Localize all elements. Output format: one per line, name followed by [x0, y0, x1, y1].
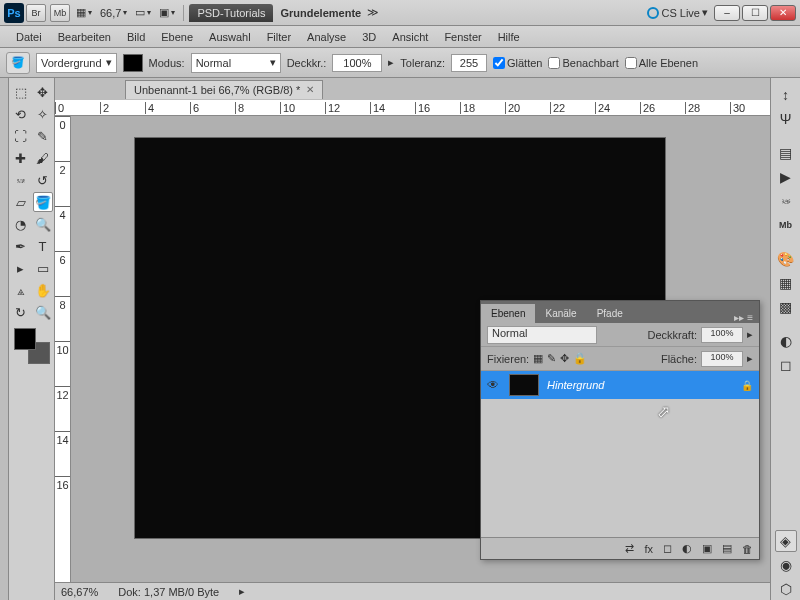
cslive-dropdown[interactable]: CS Live▾ — [647, 6, 708, 19]
layer-thumbnail[interactable] — [509, 374, 539, 396]
doc-info-status[interactable]: Dok: 1,37 MB/0 Byte — [118, 586, 219, 598]
shape-tool[interactable]: ▭ — [33, 258, 53, 278]
3d-tool[interactable]: ⟁ — [11, 280, 31, 300]
crop-tool[interactable]: ⛶ — [11, 126, 31, 146]
alllayers-checkbox[interactable]: Alle Ebenen — [625, 57, 698, 69]
tab-ebenen[interactable]: Ebenen — [481, 304, 535, 323]
layer-style-icon[interactable]: fx — [644, 543, 653, 555]
menu-filter[interactable]: Filter — [259, 28, 299, 46]
lock-pixels-icon[interactable]: ✎ — [547, 352, 556, 365]
clone-panel-icon[interactable]: ▶ — [775, 166, 797, 188]
layer-name[interactable]: Hintergrund — [547, 379, 733, 391]
brush-tool[interactable]: 🖌 — [33, 148, 53, 168]
lock-position-icon[interactable]: ✥ — [560, 352, 569, 365]
fill-color-swatch[interactable] — [123, 54, 143, 72]
arrange-dropdown[interactable]: ▭▾ — [135, 6, 151, 19]
workspace-tab-psdtutorials[interactable]: PSD-Tutorials — [189, 4, 273, 22]
lock-all-icon[interactable]: 🔒 — [573, 352, 587, 365]
lasso-tool[interactable]: ⟲ — [11, 104, 31, 124]
screenmode-dropdown[interactable]: ▣▾ — [159, 6, 175, 19]
tab-pfade[interactable]: Pfade — [587, 304, 633, 323]
panel-menu-icon[interactable]: ▸▸ ≡ — [728, 312, 759, 323]
fill-type-dropdown[interactable]: Vordergrund ▾ — [36, 53, 117, 73]
menu-datei[interactable]: Datei — [8, 28, 50, 46]
heal-tool[interactable]: ✚ — [11, 148, 31, 168]
app-logo[interactable]: Ps — [4, 3, 24, 23]
channels-panel-icon[interactable]: ◉ — [775, 554, 797, 576]
tolerance-input[interactable] — [451, 54, 487, 72]
layer-row[interactable]: 👁 Hintergrund 🔒 — [481, 371, 759, 399]
adjustment-layer-icon[interactable]: ◐ — [682, 542, 692, 555]
new-layer-icon[interactable]: ▤ — [722, 542, 732, 555]
layer-opacity-input[interactable]: 100% — [701, 327, 743, 343]
close-button[interactable]: ✕ — [770, 5, 796, 21]
visibility-icon[interactable]: 👁 — [487, 378, 501, 392]
document-tab[interactable]: Unbenannt-1 bei 66,7% (RGB/8) * ✕ — [125, 80, 323, 99]
tab-kanaele[interactable]: Kanäle — [535, 304, 586, 323]
color-panel-icon[interactable]: 🎨 — [775, 248, 797, 270]
view-extras-dropdown[interactable]: ▦▾ — [76, 6, 92, 19]
history-brush-tool[interactable]: ↺ — [33, 170, 53, 190]
type-tool[interactable]: T — [33, 236, 53, 256]
minibridge-panel-icon[interactable]: Mb — [775, 214, 797, 236]
blur-tool[interactable]: ◔ — [11, 214, 31, 234]
pen-tool[interactable]: ✒ — [11, 236, 31, 256]
layers-panel-icon[interactable]: ◈ — [775, 530, 797, 552]
tool-preset-icon[interactable]: 🪣 — [6, 52, 30, 74]
menu-bild[interactable]: Bild — [119, 28, 153, 46]
blend-mode-dropdown[interactable]: Normal▾ — [191, 53, 281, 73]
new-group-icon[interactable]: ▣ — [702, 542, 712, 555]
actions-panel-icon[interactable]: Ψ — [775, 108, 797, 130]
layers-panel[interactable]: Ebenen Kanäle Pfade ▸▸ ≡ Normal Deckkraf… — [480, 300, 760, 560]
swatches-panel-icon[interactable]: ▦ — [775, 272, 797, 294]
menu-auswahl[interactable]: Auswahl — [201, 28, 259, 46]
brush-panel-icon[interactable]: ▤ — [775, 142, 797, 164]
masks-panel-icon[interactable]: ◻ — [775, 354, 797, 376]
minimize-button[interactable]: – — [714, 5, 740, 21]
paths-panel-icon[interactable]: ⬡ — [775, 578, 797, 600]
styles-panel-icon[interactable]: ▩ — [775, 296, 797, 318]
dodge-tool[interactable]: 🔍 — [33, 214, 53, 234]
marquee-tool[interactable]: ⬚ — [11, 82, 31, 102]
layer-blendmode-dropdown[interactable]: Normal — [487, 326, 597, 344]
zoom-status[interactable]: 66,67% — [61, 586, 98, 598]
minibridge-button[interactable]: Mb — [50, 4, 70, 22]
adjustments-panel-icon[interactable]: ◐ — [775, 330, 797, 352]
vertical-ruler[interactable]: 0246810121416 — [55, 116, 71, 582]
wand-tool[interactable]: ✧ — [33, 104, 53, 124]
history-panel-icon[interactable]: ↕ — [775, 84, 797, 106]
bucket-tool[interactable]: 🪣 — [33, 192, 53, 212]
eraser-tool[interactable]: ▱ — [11, 192, 31, 212]
menu-ebene[interactable]: Ebene — [153, 28, 201, 46]
opacity-input[interactable] — [332, 54, 382, 72]
fg-color-swatch[interactable] — [14, 328, 36, 350]
link-layers-icon[interactable]: ⇄ — [625, 542, 634, 555]
zoom-dropdown[interactable]: 66,7▾ — [100, 7, 127, 19]
bridge-button[interactable]: Br — [26, 4, 46, 22]
lock-transparency-icon[interactable]: ▦ — [533, 352, 543, 365]
path-select-tool[interactable]: ▸ — [11, 258, 31, 278]
menu-analyse[interactable]: Analyse — [299, 28, 354, 46]
contiguous-checkbox[interactable]: Benachbart — [548, 57, 618, 69]
move-tool[interactable]: ✥ — [33, 82, 53, 102]
delete-layer-icon[interactable]: 🗑 — [742, 543, 753, 555]
antialias-checkbox[interactable]: Glätten — [493, 57, 542, 69]
hand-tool[interactable]: ✋ — [33, 280, 53, 300]
fill-opacity-input[interactable]: 100% — [701, 351, 743, 367]
workspace-more-icon[interactable]: ≫ — [367, 6, 379, 19]
menu-bearbeiten[interactable]: Bearbeiten — [50, 28, 119, 46]
maximize-button[interactable]: ☐ — [742, 5, 768, 21]
horizontal-ruler[interactable]: 024681012141618202224262830 — [55, 100, 770, 116]
layer-mask-icon[interactable]: ◻ — [663, 542, 672, 555]
menu-hilfe[interactable]: Hilfe — [490, 28, 528, 46]
eyedropper-tool[interactable]: ✎ — [33, 126, 53, 146]
zoom-tool[interactable]: 🔍 — [33, 302, 53, 322]
menu-fenster[interactable]: Fenster — [436, 28, 489, 46]
stamp-tool[interactable]: ⎃ — [11, 170, 31, 190]
menu-ansicht[interactable]: Ansicht — [384, 28, 436, 46]
menu-3d[interactable]: 3D — [354, 28, 384, 46]
tool-presets-icon[interactable]: ⎃ — [775, 190, 797, 212]
color-picker[interactable] — [14, 328, 50, 364]
rotate-view-tool[interactable]: ↻ — [11, 302, 31, 322]
close-document-icon[interactable]: ✕ — [306, 84, 314, 95]
